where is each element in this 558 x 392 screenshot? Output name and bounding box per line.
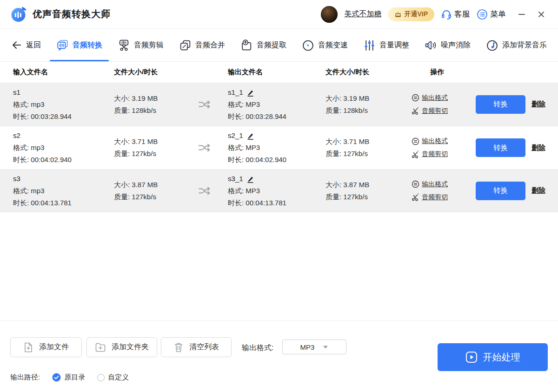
back-label: 返回 — [26, 40, 41, 50]
shuffle-icon — [198, 142, 212, 154]
titlebar: 优声音频转换大师 美式不加糖 开通VIP 客服 — [0, 0, 558, 29]
shuffle-icon — [198, 185, 212, 197]
delete-link[interactable]: 删除 — [529, 186, 548, 195]
add-bg-music-icon — [486, 39, 498, 52]
tab-volume-adjust[interactable]: 音量调整 — [363, 29, 409, 61]
header-ops: 操作 — [412, 68, 476, 77]
output-path-row: 输出路径: 原目录 自定义 — [10, 373, 129, 382]
audio-cut-link[interactable]: 音频剪切 — [412, 107, 476, 115]
volume-adjust-icon — [363, 39, 376, 52]
add-folder-button[interactable]: 添加文件夹 — [86, 337, 157, 357]
header-output-name: 输出文件名 — [228, 68, 326, 77]
convert-button[interactable]: 转换 — [476, 182, 525, 200]
play-icon — [465, 351, 478, 363]
delete-link[interactable]: 删除 — [529, 100, 548, 109]
vip-button[interactable]: 开通VIP — [388, 7, 434, 21]
output-file-name: s1_1 — [228, 86, 243, 98]
scissors-icon — [412, 150, 419, 158]
output-file-name: s3_1 — [228, 173, 243, 185]
headset-icon — [441, 9, 452, 20]
output-size-cell: 大小: 3.71 MB 质量: 127kb/s — [326, 136, 412, 160]
add-file-label: 添加文件 — [39, 342, 69, 352]
output-format-icon — [412, 180, 419, 188]
radio-checked-icon — [52, 373, 61, 382]
delete-link[interactable]: 删除 — [529, 144, 548, 152]
username-link[interactable]: 美式不加糖 — [344, 9, 381, 19]
tab-audio-merge[interactable]: 音频合并 — [179, 29, 225, 61]
audio-extract-icon — [240, 39, 253, 52]
tab-add-bg-music[interactable]: 添加背景音乐 — [486, 29, 547, 61]
output-format-icon — [412, 94, 419, 102]
tab-audio-cut[interactable]: 音频剪辑 — [118, 29, 164, 61]
minimize-button[interactable] — [515, 8, 528, 21]
edit-icon[interactable] — [246, 175, 254, 183]
table-row: s2 格式: mp3 时长: 00:04:02.940 大小: 3.71 MB … — [0, 126, 558, 169]
tab-audio-speed-label: 音频变速 — [318, 40, 348, 50]
crown-icon — [394, 11, 402, 18]
output-file-cell: s1_1 格式: MP3 时长: 00:03:28.944 — [228, 86, 326, 123]
convert-button[interactable]: 转换 — [476, 138, 525, 157]
scissors-icon — [412, 107, 419, 115]
audio-convert-icon — [56, 39, 69, 52]
clear-list-button[interactable]: 清空列表 — [161, 337, 232, 357]
edit-icon[interactable] — [246, 132, 254, 140]
output-format-link[interactable]: 输出格式 — [412, 137, 476, 145]
menu-icon — [477, 9, 488, 20]
vip-label: 开通VIP — [404, 10, 428, 19]
chevron-down-icon — [323, 345, 328, 349]
app-title: 优声音频转换大师 — [33, 8, 111, 20]
output-format-label: 输出格式: — [242, 343, 273, 353]
tab-audio-extract[interactable]: 音频提取 — [240, 29, 286, 61]
toolbar: 返回 音频转换 — [0, 29, 558, 62]
output-format-link[interactable]: 输出格式 — [412, 94, 476, 102]
row-operations: 输出格式 音频剪切 — [412, 137, 476, 158]
output-format-icon — [412, 137, 419, 145]
customer-service-label: 客服 — [454, 9, 470, 20]
convert-direction-cell — [198, 142, 228, 154]
input-file-name: s2 — [13, 130, 114, 142]
app-window: 优声音频转换大师 美式不加糖 开通VIP 客服 — [0, 0, 558, 392]
output-format-value: MP3 — [300, 343, 315, 351]
output-file-cell: s3_1 格式: MP3 时长: 00:04:13.781 — [228, 173, 326, 209]
output-path-label: 输出路径: — [10, 373, 40, 382]
output-size-cell: 大小: 3.19 MB 质量: 128kb/s — [326, 92, 412, 117]
output-file-name: s2_1 — [228, 130, 243, 142]
tab-noise-removal[interactable]: 噪声消除 — [425, 29, 471, 61]
output-format-link[interactable]: 输出格式 — [412, 180, 476, 189]
customer-service-button[interactable]: 客服 — [441, 9, 470, 20]
tab-audio-convert[interactable]: 音频转换 — [56, 29, 102, 61]
back-button[interactable]: 返回 — [11, 29, 41, 61]
menu-button[interactable]: 菜单 — [477, 9, 506, 20]
input-file-cell: s2 格式: mp3 时长: 00:04:02.940 — [13, 130, 114, 166]
add-file-icon — [23, 342, 33, 353]
audio-cut-icon — [118, 39, 130, 52]
clear-list-label: 清空列表 — [189, 342, 219, 352]
noise-removal-icon — [425, 39, 437, 52]
audio-cut-link[interactable]: 音频剪切 — [412, 150, 476, 158]
tab-volume-adjust-label: 音量调整 — [379, 40, 409, 50]
close-button[interactable] — [535, 8, 548, 21]
audio-merge-icon — [179, 39, 192, 52]
convert-button[interactable]: 转换 — [476, 95, 525, 114]
tab-audio-speed[interactable]: 音频变速 — [302, 29, 348, 61]
radio-unchecked-icon — [97, 374, 105, 381]
radio-custom-dir[interactable]: 自定义 — [97, 373, 129, 382]
audio-cut-link[interactable]: 音频剪切 — [412, 193, 476, 202]
menu-label: 菜单 — [490, 9, 506, 20]
user-avatar[interactable] — [321, 6, 338, 23]
add-file-button[interactable]: 添加文件 — [10, 337, 82, 357]
tab-add-bg-music-label: 添加背景音乐 — [502, 40, 547, 50]
table-row: s3 格式: mp3 时长: 00:04:13.781 大小: 3.87 MB … — [0, 169, 558, 212]
add-folder-label: 添加文件夹 — [112, 342, 149, 352]
edit-icon[interactable] — [246, 89, 254, 97]
radio-original-label: 原目录 — [64, 373, 85, 382]
output-format-dropdown[interactable]: MP3 — [282, 340, 346, 354]
radio-original-dir[interactable]: 原目录 — [52, 373, 85, 382]
table-row: s1 格式: mp3 时长: 00:03:28.944 大小: 3.19 MB … — [0, 83, 558, 126]
convert-direction-cell — [198, 98, 228, 111]
start-process-button[interactable]: 开始处理 — [438, 343, 548, 371]
close-icon — [537, 10, 545, 19]
minimize-icon — [518, 10, 526, 19]
row-operations: 输出格式 音频剪切 — [412, 94, 476, 115]
shuffle-icon — [198, 98, 212, 111]
